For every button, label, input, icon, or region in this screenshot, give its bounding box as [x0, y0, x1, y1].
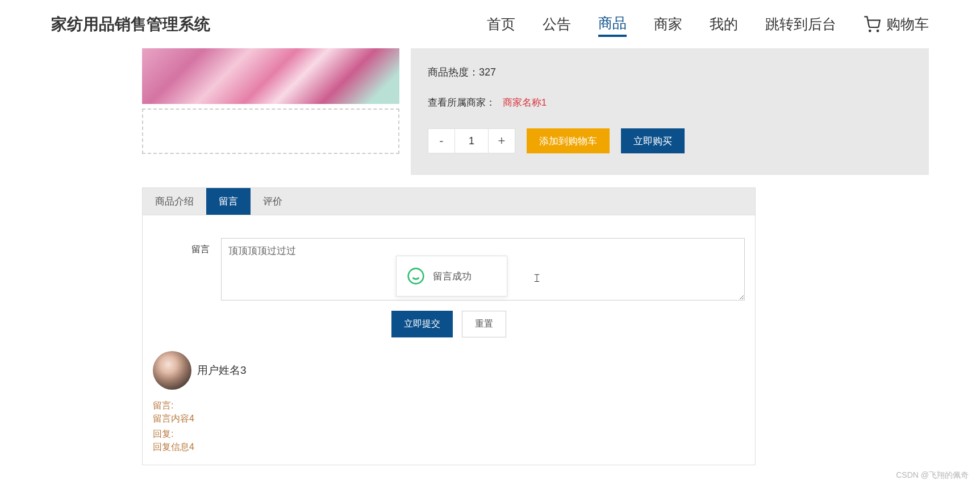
nav-merchants[interactable]: 商家	[654, 12, 682, 36]
product-heat-label: 商品热度：	[428, 66, 479, 78]
quantity-stepper: - +	[428, 128, 515, 153]
site-title: 家纺用品销售管理系统	[51, 14, 210, 35]
quantity-plus-button[interactable]: +	[488, 128, 515, 153]
message-form-buttons: 立即提交 重置	[153, 311, 745, 337]
comment-reply-text: 回复信息4	[153, 441, 745, 453]
product-info-panel: 商品热度：327 查看所属商家： 商家名称1 - + 添加到购物车 立即购买	[411, 48, 929, 175]
svg-point-0	[869, 30, 871, 32]
smile-icon	[407, 267, 425, 285]
product-action-row: - + 添加到购物车 立即购买	[428, 128, 912, 153]
comment-username: 用户姓名3	[197, 363, 247, 378]
cart-icon	[864, 16, 881, 33]
svg-point-1	[877, 30, 879, 32]
buy-now-button[interactable]: 立即购买	[621, 128, 685, 153]
nav-admin[interactable]: 跳转到后台	[765, 12, 836, 36]
message-form-label: 留言	[153, 238, 210, 256]
comment-message-text: 留言内容4	[153, 413, 745, 425]
cart-label: 购物车	[886, 15, 929, 34]
header: 家纺用品销售管理系统 首页 公告 商品 商家 我的 跳转到后台 购物车	[0, 0, 980, 48]
nav-products[interactable]: 商品	[598, 11, 627, 37]
toast-success: 留言成功	[396, 256, 507, 297]
cart-link[interactable]: 购物车	[864, 15, 929, 34]
product-heat-value: 327	[479, 66, 496, 78]
tabs-body: 留言 顶顶顶顶过过过 立即提交 重置 用户姓名3 留言: 留言内容4 回复: 回…	[142, 215, 756, 465]
comment-block: 用户姓名3 留言: 留言内容4 回复: 回复信息4	[153, 351, 745, 453]
product-image-column	[142, 48, 399, 175]
comment-user-row: 用户姓名3	[153, 351, 745, 390]
comment-reply-label: 回复:	[153, 428, 745, 440]
product-content: 商品热度：327 查看所属商家： 商家名称1 - + 添加到购物车 立即购买	[0, 48, 980, 175]
add-to-cart-button[interactable]: 添加到购物车	[527, 128, 610, 153]
submit-button[interactable]: 立即提交	[391, 311, 453, 337]
product-tabs-section: 商品介绍 留言 评价 留言 顶顶顶顶过过过 立即提交 重置 用户姓名3 留言: …	[142, 187, 756, 465]
tabs-header: 商品介绍 留言 评价	[142, 187, 756, 215]
merchant-label: 查看所属商家：	[428, 97, 495, 108]
quantity-minus-button[interactable]: -	[428, 128, 455, 153]
text-cursor-icon: 𝙸	[533, 272, 541, 285]
product-thumbnail-strip	[142, 109, 399, 154]
comment-message-label: 留言:	[153, 400, 745, 412]
product-heat: 商品热度：327	[428, 65, 912, 79]
tab-messages[interactable]: 留言	[206, 188, 251, 215]
nav-mine[interactable]: 我的	[710, 12, 738, 36]
merchant-row: 查看所属商家： 商家名称1	[428, 96, 912, 109]
nav-home[interactable]: 首页	[487, 12, 515, 36]
nav-announcement[interactable]: 公告	[543, 12, 571, 36]
svg-point-2	[408, 269, 424, 284]
product-image	[142, 48, 399, 104]
nav: 首页 公告 商品 商家 我的 跳转到后台 购物车	[487, 11, 929, 37]
toast-text: 留言成功	[433, 270, 472, 283]
merchant-name-link[interactable]: 商家名称1	[503, 97, 547, 108]
tab-intro[interactable]: 商品介绍	[143, 188, 206, 215]
tab-reviews[interactable]: 评价	[251, 188, 295, 215]
quantity-input[interactable]	[455, 128, 488, 153]
reset-button[interactable]: 重置	[462, 311, 506, 337]
avatar	[153, 351, 191, 390]
watermark: CSDN @飞翔的佩奇	[896, 470, 969, 481]
